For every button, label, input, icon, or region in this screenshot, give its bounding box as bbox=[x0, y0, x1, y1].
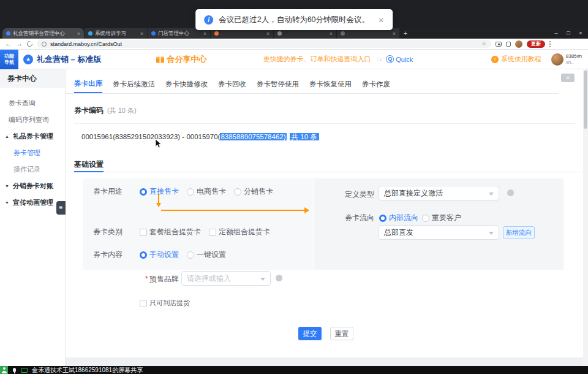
sidebar-item-code-query[interactable]: 编码序列查询 bbox=[0, 112, 65, 128]
flow-label: 券卡流向 bbox=[345, 213, 374, 223]
checkbox-icon bbox=[140, 229, 147, 236]
reload-icon[interactable] bbox=[26, 40, 34, 48]
checkbox-fixed-amount-card[interactable]: 定额组合提货卡 bbox=[209, 227, 270, 237]
code-section-header: 券卡编码 (共 10 条) bbox=[74, 105, 137, 116]
tab-close-icon[interactable]: × bbox=[266, 31, 270, 37]
new-tab-button[interactable]: + bbox=[400, 28, 411, 39]
category-row: 券卡类别 套餐组合提货卡 定额组合提货卡 bbox=[93, 227, 278, 237]
usage-label: 券卡用途 bbox=[93, 186, 123, 197]
screen-share-bar: 金禾通技术王斌18662591081的屏幕共享 bbox=[0, 366, 588, 374]
tab-quick-edit[interactable]: 券卡快捷修改 bbox=[165, 76, 208, 93]
app-title: 礼盒营销 – 标准版 bbox=[37, 54, 101, 65]
user-name: 8385xh bbox=[566, 53, 582, 59]
tab-label: 系统培训学习 bbox=[95, 30, 138, 37]
url-input[interactable]: standard.maboy.cn/CardsOut ☆ bbox=[37, 40, 491, 48]
form-panel-left: 券卡用途 直接售卡 电商售卡 分销售卡 券卡类别 套餐组合提货卡 定额组 bbox=[83, 178, 313, 270]
meeting-toast: i 会议已超过2人，自动转为60分钟限时会议。 × bbox=[195, 9, 393, 30]
tab-void[interactable]: 券卡作废 bbox=[362, 76, 390, 93]
tab-later-activate[interactable]: 券卡后续激活 bbox=[113, 76, 155, 93]
bookmark-star-icon[interactable]: ☆ bbox=[481, 41, 486, 47]
divider bbox=[66, 172, 583, 172]
sidebar-item-card-query[interactable]: 券卡查询 bbox=[0, 95, 65, 112]
extensions-icon[interactable] bbox=[506, 42, 511, 47]
sidebar-item-op-log[interactable]: 操作记录 bbox=[0, 161, 65, 178]
content-label: 券卡内容 bbox=[93, 250, 123, 260]
pointer-icon: ☞ bbox=[377, 55, 383, 64]
divider bbox=[74, 123, 575, 124]
brand-select[interactable]: 请选择或输入 bbox=[181, 271, 271, 286]
checkbox-store-only[interactable]: 只可到店提货 bbox=[140, 299, 190, 308]
favicon bbox=[151, 31, 156, 36]
tutorial-link[interactable]: ? 系统使用教程 bbox=[491, 55, 541, 64]
favicon bbox=[6, 31, 10, 36]
back-icon[interactable]: ← bbox=[5, 40, 12, 47]
group-label: 宣传动画管理 bbox=[13, 199, 53, 206]
browser-tab-2[interactable]: 系统培训学习 × bbox=[85, 28, 148, 39]
help-icon[interactable] bbox=[276, 275, 282, 281]
tab-recycle[interactable]: 券卡回收 bbox=[218, 76, 246, 93]
quick-q-icon[interactable]: Q bbox=[386, 55, 394, 63]
radio-internal-flow[interactable]: 内部流向 bbox=[379, 213, 418, 223]
flow-select[interactable]: 总部直发 bbox=[379, 225, 499, 240]
tab-close-icon[interactable]: × bbox=[203, 31, 206, 37]
tab-resume[interactable]: 券卡恢复使用 bbox=[309, 76, 352, 93]
help-icon[interactable] bbox=[507, 189, 514, 196]
sidebar-group-distribution[interactable]: ▼ 分销券卡对账 bbox=[0, 178, 65, 194]
chevron-down-icon bbox=[260, 278, 265, 281]
tab-close-icon[interactable]: × bbox=[77, 31, 80, 37]
add-flow-button[interactable]: 新增流向 bbox=[503, 226, 535, 239]
app-logo-icon: ★ bbox=[23, 55, 33, 64]
user-menu[interactable]: 8385xh xh.. bbox=[551, 53, 582, 66]
page-scrollbar[interactable] bbox=[583, 69, 588, 366]
chevron-down-icon bbox=[489, 193, 494, 196]
sidebar-item-card-manage[interactable]: 券卡管理 bbox=[0, 145, 65, 161]
browser-tab-1[interactable]: 礼盒营销平台管理中心 × bbox=[2, 28, 85, 39]
tab-pause[interactable]: 券卡暂停使用 bbox=[257, 76, 299, 93]
card-code-range: 00015961(8385291502033923) - 00015970(83… bbox=[81, 132, 319, 142]
radio-oneclick-set[interactable]: 一键设置 bbox=[187, 250, 226, 260]
store-only-row: 只可到店提货 bbox=[140, 299, 198, 308]
tab-close-icon[interactable]: × bbox=[393, 31, 396, 37]
pip-icon[interactable] bbox=[496, 42, 502, 47]
checkbox-combo-card[interactable]: 套餐组合提货卡 bbox=[140, 227, 201, 237]
reset-button[interactable]: 重置 bbox=[330, 327, 353, 340]
share-center-link[interactable]: 合分享中心 bbox=[156, 54, 206, 65]
brand-label: 预售品牌 bbox=[149, 275, 179, 283]
section-count: (共 10 条) bbox=[107, 106, 137, 115]
window-close-icon[interactable]: × bbox=[575, 30, 587, 36]
select-value: 总部直接定义激活 bbox=[384, 189, 443, 197]
tab-label: 礼盒营销平台管理中心 bbox=[13, 30, 75, 37]
promo-text: 更快捷的券卡、订单和快递查询入口 bbox=[263, 55, 371, 64]
minimize-icon[interactable]: – bbox=[550, 30, 562, 36]
info-icon: i bbox=[204, 15, 213, 25]
tab-card-out[interactable]: 券卡出库 bbox=[74, 76, 102, 93]
sidebar-collapse-handle[interactable]: ≡ bbox=[56, 201, 66, 215]
toast-close-icon[interactable]: × bbox=[379, 15, 384, 25]
favicon bbox=[214, 31, 219, 36]
tab-close-icon[interactable]: × bbox=[140, 31, 143, 37]
radio-manual-set[interactable]: 手动设置 bbox=[140, 250, 179, 260]
radio-selected-icon bbox=[379, 215, 386, 222]
chevron-down-icon bbox=[489, 232, 494, 235]
quick-link[interactable]: Quick bbox=[396, 56, 413, 63]
scrollbar-thumb[interactable] bbox=[584, 71, 587, 129]
tab-close-icon[interactable]: × bbox=[330, 31, 333, 37]
browser-menu-icon[interactable] bbox=[549, 41, 551, 47]
sidebar-group-promo[interactable]: ▼ 宣传动画管理 bbox=[0, 194, 65, 211]
triangle-down-icon: ▼ bbox=[5, 184, 9, 188]
annotation-arrow bbox=[154, 194, 315, 216]
nav-logo[interactable]: 功能 导航 bbox=[0, 50, 18, 69]
radio-vip-customer[interactable]: 重要客户 bbox=[422, 213, 461, 223]
logo-line1: 功能 bbox=[4, 53, 14, 59]
update-button[interactable]: 更新 bbox=[527, 40, 545, 48]
panel-collapse-icon[interactable]: » bbox=[561, 74, 575, 82]
sidebar-group-gift-cards[interactable]: ▲ 礼品券卡管理 bbox=[0, 128, 65, 145]
forward-icon[interactable]: → bbox=[16, 40, 23, 47]
browser-profile-avatar[interactable] bbox=[515, 40, 522, 48]
radio-label: 重要客户 bbox=[432, 213, 461, 223]
site-info-icon[interactable] bbox=[42, 42, 47, 47]
maximize-icon[interactable]: □ bbox=[562, 30, 575, 36]
def-type-select[interactable]: 总部直接定义激活 bbox=[379, 186, 499, 200]
required-asterisk: * bbox=[145, 275, 148, 283]
submit-button[interactable]: 提交 bbox=[298, 327, 322, 340]
